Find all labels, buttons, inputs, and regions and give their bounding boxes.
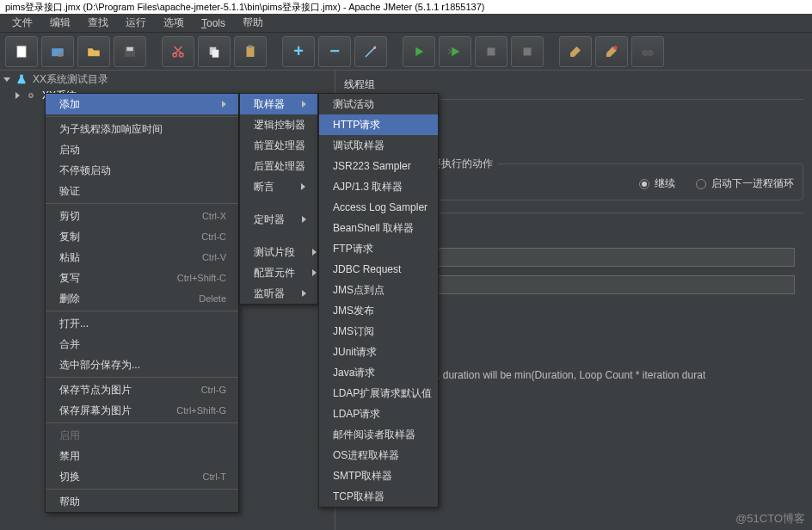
sub-add-item[interactable]: 定时器	[240, 209, 317, 230]
templates-button[interactable]	[41, 36, 74, 67]
menu-separator	[46, 489, 238, 490]
shortcut-label: Ctrl+Shift-C	[177, 273, 226, 283]
sub-add-item[interactable]: 断言	[240, 176, 317, 197]
svg-rect-10	[249, 45, 253, 47]
menu-edit[interactable]: 编辑	[43, 14, 77, 32]
start-no-pause-button[interactable]	[439, 36, 471, 67]
sub-sampler-item[interactable]: BeanShell 取样器	[319, 218, 438, 238]
sub-sampler-item[interactable]: JUnit请求	[319, 342, 438, 362]
ctx-item[interactable]: 粘贴Ctrl-V	[46, 247, 238, 268]
new-button[interactable]	[5, 36, 38, 67]
ctx-item[interactable]: 打开...	[46, 313, 238, 334]
sub-sampler-item[interactable]: 调试取样器	[319, 135, 438, 156]
menu-separator	[46, 377, 238, 378]
submenu-arrow-icon	[301, 181, 305, 193]
menu-item-label: 断言	[254, 180, 274, 194]
submenu-arrow-icon	[312, 246, 317, 258]
svg-rect-13	[524, 47, 532, 55]
sub-add-item[interactable]: 前置处理器	[240, 135, 317, 156]
expand-button[interactable]: +	[282, 36, 315, 67]
menu-item-label: 保存节点为图片	[59, 383, 132, 398]
sub-sampler-item[interactable]: JMS点到点	[319, 280, 438, 300]
sub-add-item[interactable]: 逻辑控制器	[240, 114, 317, 135]
menu-item-label: 邮件阅读者取样器	[333, 428, 415, 442]
menu-search[interactable]: 查找	[81, 14, 115, 32]
ctx-item[interactable]: 剪切Ctrl-X	[46, 206, 238, 226]
menu-item-label: JUnit请求	[333, 345, 377, 360]
collapse-button[interactable]: −	[318, 36, 351, 67]
clear-button[interactable]	[559, 36, 592, 67]
ctx-item[interactable]: 保存节点为图片Ctrl-G	[46, 379, 238, 400]
ctx-item[interactable]: 删除Delete	[46, 288, 238, 309]
menu-item-label: Access Log Sampler	[333, 201, 428, 213]
ctx-item[interactable]: 添加	[46, 94, 238, 114]
sub-sampler-item[interactable]: TCP取样器	[319, 486, 438, 507]
sub-sampler-item[interactable]: LDAP请求	[319, 404, 438, 424]
shutdown-button[interactable]	[511, 36, 544, 67]
sub-add-item[interactable]: 后置处理器	[240, 156, 317, 176]
open-button[interactable]	[77, 36, 110, 67]
start-button[interactable]	[403, 36, 435, 67]
menu-item-label: AJP/1.3 取样器	[333, 180, 403, 194]
menu-item-label: 帮助	[59, 495, 80, 509]
ctx-item[interactable]: 启动	[46, 139, 238, 160]
sub-sampler-item[interactable]: Java请求	[319, 362, 438, 383]
paste-button[interactable]	[234, 36, 267, 67]
save-button[interactable]	[114, 36, 146, 67]
expand-icon	[3, 77, 10, 82]
ctx-item[interactable]: 不停顿启动	[46, 160, 238, 181]
submenu-arrow-icon	[302, 213, 306, 225]
sub-sampler-item[interactable]: SMTP取样器	[319, 465, 438, 486]
radio-next-loop[interactable]: 启动下一进程循环	[696, 176, 794, 191]
ctx-item[interactable]: 禁用	[46, 446, 238, 466]
menu-separator	[46, 203, 238, 204]
plus-icon: +	[293, 41, 304, 61]
stop-button[interactable]	[475, 36, 508, 67]
ctx-item[interactable]: 为子线程添加响应时间	[46, 119, 238, 139]
folder-gear-icon	[50, 44, 65, 59]
sub-sampler-item[interactable]: 邮件阅读者取样器	[319, 424, 438, 445]
sub-sampler-item[interactable]: AJP/1.3 取样器	[319, 176, 438, 197]
ctx-item[interactable]: 帮助	[46, 491, 238, 512]
sub-sampler-item[interactable]: HTTP请求	[319, 114, 438, 135]
sub-sampler-item[interactable]: Access Log Sampler	[319, 197, 438, 218]
menu-item-label: 删除	[59, 292, 80, 306]
menu-run[interactable]: 运行	[119, 14, 153, 32]
copy-icon	[206, 44, 222, 59]
menu-item-label: LDAP请求	[333, 407, 380, 422]
sub-sampler-item[interactable]: JMS发布	[319, 300, 438, 321]
sub-sampler-item[interactable]: 测试活动	[319, 94, 438, 114]
cut-button[interactable]	[162, 36, 194, 67]
toggle-button[interactable]	[354, 36, 387, 67]
search-button[interactable]	[631, 36, 664, 67]
copy-button[interactable]	[198, 36, 231, 67]
sub-sampler-item[interactable]: FTP请求	[319, 238, 438, 259]
sub-add-item[interactable]: 配置元件	[240, 262, 317, 283]
menu-item-label: 逻辑控制器	[254, 118, 305, 132]
ctx-item[interactable]: 复写Ctrl+Shift-C	[46, 268, 238, 288]
menu-options[interactable]: 选项	[157, 14, 191, 32]
ctx-item[interactable]: 复制Ctrl-C	[46, 226, 238, 247]
menu-item-label: 后置处理器	[254, 159, 305, 174]
ctx-item[interactable]: 验证	[46, 181, 238, 201]
menu-tools[interactable]: Tools	[194, 15, 232, 31]
ctx-item[interactable]: 保存屏幕为图片Ctrl+Shift-G	[46, 400, 238, 421]
ctx-item[interactable]: 切换Ctrl-T	[46, 466, 238, 487]
sub-sampler-item[interactable]: LDAP扩展请求默认值	[319, 383, 438, 404]
sub-sampler-item[interactable]: JMS订阅	[319, 321, 438, 342]
ctx-item[interactable]: 选中部分保存为...	[46, 354, 238, 375]
shortcut-label: Ctrl+Shift-G	[176, 405, 226, 416]
sub-add-item[interactable]: 测试片段	[240, 242, 317, 262]
sub-add-item[interactable]: 取样器	[240, 94, 317, 114]
sub-sampler-item[interactable]: JSR223 Sampler	[319, 156, 438, 176]
menu-file[interactable]: 文件	[5, 14, 40, 32]
menu-help[interactable]: 帮助	[236, 14, 270, 32]
sub-sampler-item[interactable]: OS进程取样器	[319, 445, 438, 465]
sub-sampler-item[interactable]: JDBC Request	[319, 259, 438, 280]
tree-root[interactable]: XX系统测试目录	[0, 71, 335, 88]
clear-all-button[interactable]	[595, 36, 628, 67]
ctx-item[interactable]: 合并	[46, 334, 238, 354]
flask-icon	[15, 73, 28, 85]
radio-continue[interactable]: 继续	[639, 176, 675, 191]
sub-add-item[interactable]: 监听器	[240, 283, 317, 304]
